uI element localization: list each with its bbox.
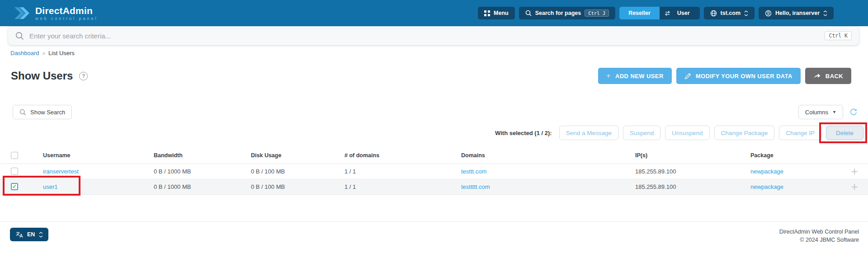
num-domains-value: 1 / 1 <box>344 179 461 194</box>
footer-brand-line1: DirectAdmin Web Control Panel <box>779 228 859 236</box>
with-selected-row: With selected (1 / 2): Send a Message Su… <box>0 126 863 140</box>
directadmin-chevrons-icon <box>14 5 31 21</box>
logo-subtitle: web control panel <box>35 17 98 21</box>
role-toggle: Reseller User <box>619 7 699 19</box>
search-icon <box>19 109 26 116</box>
translate-icon <box>15 231 23 238</box>
suspend-button[interactable]: Suspend <box>623 126 660 140</box>
search-pages-button[interactable]: Search for pages Ctrl J <box>519 7 615 19</box>
swap-arrows-icon <box>664 10 671 16</box>
expand-row-icon[interactable]: + <box>841 179 868 194</box>
search-icon <box>525 10 532 16</box>
add-new-user-button[interactable]: + ADD NEW USER <box>598 68 672 84</box>
with-selected-label: With selected (1 / 2): <box>495 130 552 136</box>
change-package-button[interactable]: Change Package <box>714 126 775 140</box>
help-icon[interactable]: ? <box>79 72 88 80</box>
username-link[interactable]: user1 <box>43 183 58 190</box>
breadcrumb-dashboard-link[interactable]: Dashboard <box>10 50 39 56</box>
package-link[interactable]: newpackage <box>750 168 783 175</box>
table-row: iranservertest 0 B / 1000 MB 0 B / 100 M… <box>0 164 868 179</box>
username-link[interactable]: iranservertest <box>43 168 79 175</box>
ctrl-k-shortcut: Ctrl K <box>825 31 852 40</box>
directadmin-logo[interactable]: DirectAdmin web control panel <box>14 5 98 21</box>
language-selector[interactable]: EN <box>10 228 48 241</box>
bandwidth-value: 0 B / 1000 MB <box>154 164 251 179</box>
title-row: Show Users ? + ADD NEW USER MODIFY YOUR … <box>11 68 851 84</box>
chevron-updown-icon <box>744 10 748 16</box>
package-link[interactable]: newpackage <box>750 183 783 190</box>
domain-link[interactable]: testtttt.com <box>461 183 490 190</box>
user-avatar-icon <box>765 10 772 17</box>
top-header: DirectAdmin web control panel Menu Searc… <box>0 0 868 26</box>
ip-value: 185.255.89.100 <box>635 164 750 179</box>
col-bandwidth: Bandwidth <box>154 147 251 164</box>
bandwidth-value: 0 B / 1000 MB <box>154 179 251 194</box>
pencil-icon <box>684 73 691 80</box>
menu-button[interactable]: Menu <box>478 7 515 19</box>
search-icon <box>15 32 24 40</box>
chevron-updown-icon <box>823 10 827 16</box>
back-button[interactable]: BACK <box>805 68 851 84</box>
col-ips: IP(s) <box>635 147 750 164</box>
role-user-label: User <box>677 10 690 16</box>
footer-brand-line2: © 2024 JBMC Software <box>779 236 859 244</box>
page-title: Show Users <box>11 70 73 82</box>
users-table-wrap: Username Bandwidth Disk Usage # of domai… <box>0 147 868 195</box>
chevron-updown-icon <box>39 232 43 238</box>
domain-selector[interactable]: tst.com <box>704 7 755 19</box>
ctrl-j-shortcut: Ctrl J <box>585 9 609 17</box>
logo-title: DirectAdmin <box>35 6 98 15</box>
domain-label: tst.com <box>721 10 741 16</box>
check-icon: ✓ <box>12 184 17 189</box>
columns-dropdown[interactable]: Columns ▼ <box>798 105 843 119</box>
refresh-icon[interactable] <box>849 108 858 116</box>
disk-usage-value: 0 B / 100 MB <box>251 164 344 179</box>
select-all-checkbox[interactable] <box>11 152 18 159</box>
breadcrumb-separator: > <box>42 51 45 56</box>
users-table: Username Bandwidth Disk Usage # of domai… <box>0 147 868 195</box>
delete-button[interactable]: Delete <box>826 126 863 140</box>
send-message-button[interactable]: Send a Message <box>559 126 618 140</box>
table-header-row: Username Bandwidth Disk Usage # of domai… <box>0 147 868 164</box>
toolbar-row: Show Search Columns ▼ <box>13 105 858 119</box>
grid-menu-icon <box>484 10 490 16</box>
ip-value: 185.255.89.100 <box>635 179 750 194</box>
col-disk-usage: Disk Usage <box>251 147 344 164</box>
col-username: Username <box>43 147 154 164</box>
page-footer: EN DirectAdmin Web Control Panel © 2024 … <box>0 221 868 244</box>
role-reseller-button[interactable]: Reseller <box>619 7 660 19</box>
header-controls: Menu Search for pages Ctrl J Reseller Us… <box>478 7 834 19</box>
chevron-down-icon: ▼ <box>832 110 836 114</box>
search-pages-label: Search for pages <box>535 10 581 16</box>
plus-icon: + <box>606 71 611 80</box>
back-arrow-icon <box>813 73 821 79</box>
language-label: EN <box>27 231 35 238</box>
disk-usage-value: 0 B / 100 MB <box>251 179 344 194</box>
row-checkbox[interactable] <box>11 168 18 175</box>
breadcrumb-current: List Users <box>48 50 75 56</box>
table-row-selected: ✓ user1 0 B / 1000 MB 0 B / 100 MB 1 / 1… <box>0 179 868 194</box>
user-menu[interactable]: Hello, iranserver <box>759 7 834 19</box>
footer-brand: DirectAdmin Web Control Panel © 2024 JBM… <box>779 228 859 244</box>
user-greeting-label: Hello, iranserver <box>775 10 820 16</box>
unsuspend-button[interactable]: Unsuspend <box>665 126 709 140</box>
domain-link[interactable]: testtt.com <box>461 168 486 175</box>
col-domains: Domains <box>461 147 635 164</box>
col-num-domains: # of domains <box>344 147 461 164</box>
num-domains-value: 1 / 1 <box>344 164 461 179</box>
change-ip-button[interactable]: Change IP <box>779 126 821 140</box>
modify-own-user-data-button[interactable]: MODIFY YOUR OWN USER DATA <box>676 68 801 84</box>
global-search-bar: Ctrl K <box>8 26 859 45</box>
globe-icon <box>710 10 717 17</box>
show-search-button[interactable]: Show Search <box>13 105 72 119</box>
role-user-button[interactable]: User <box>660 7 700 19</box>
expand-row-icon[interactable]: + <box>841 164 868 179</box>
col-package: Package <box>750 147 841 164</box>
search-input[interactable] <box>29 32 825 40</box>
menu-label: Menu <box>494 10 509 16</box>
breadcrumb: Dashboard > List Users <box>10 50 868 56</box>
row-checkbox-checked[interactable]: ✓ <box>11 183 18 190</box>
